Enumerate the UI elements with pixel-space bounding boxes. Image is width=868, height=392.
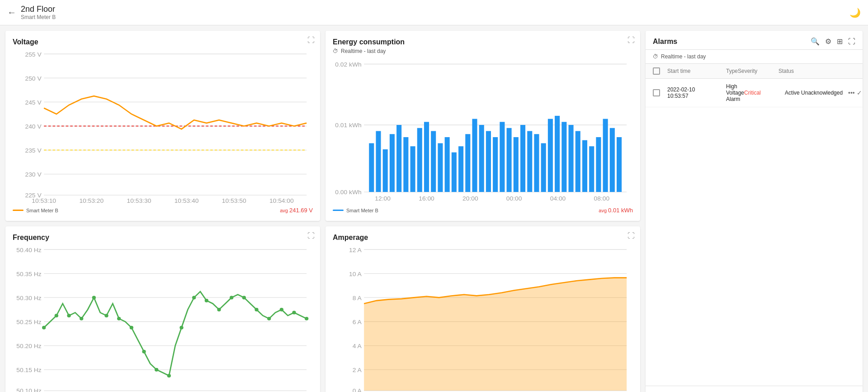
- svg-point-111: [292, 311, 296, 315]
- clock-icon: ⏱: [333, 48, 338, 54]
- amperage-card: Amperage ⛶ 12 A 10 A 8 A 6 A 4 A 2 A 0 A: [326, 226, 640, 392]
- svg-text:10 A: 10 A: [349, 271, 362, 277]
- svg-text:12:00: 12:00: [375, 195, 391, 202]
- svg-text:0 A: 0 A: [353, 388, 362, 392]
- frequency-expand-icon[interactable]: ⛶: [307, 232, 315, 240]
- svg-point-102: [179, 326, 183, 330]
- svg-rect-58: [534, 134, 539, 192]
- alarms-icons: 🔍 ⚙ ⊞ ⛶: [811, 37, 855, 46]
- theme-toggle-icon[interactable]: 🌙: [849, 7, 861, 18]
- svg-rect-46: [452, 153, 457, 192]
- svg-point-108: [255, 308, 258, 311]
- voltage-legend-line: [13, 210, 24, 211]
- alarm-start-time: 2022-02-1010:53:57: [667, 86, 726, 99]
- energy-title: Energy consumption: [333, 38, 633, 46]
- voltage-legend: Smart Meter B avg 241.69 V: [13, 207, 313, 214]
- svg-point-112: [305, 317, 308, 320]
- svg-rect-38: [396, 125, 401, 192]
- svg-rect-42: [424, 122, 429, 192]
- expand-icon[interactable]: ⛶: [848, 38, 855, 46]
- col-status: Status: [778, 68, 842, 74]
- energy-legend-label: Smart Meter B: [346, 208, 378, 213]
- voltage-card: Voltage ⛶ 255 V 250 V 245 V 240 V 235 V …: [5, 31, 320, 221]
- back-button[interactable]: ←: [7, 7, 16, 18]
- svg-point-110: [280, 308, 283, 311]
- svg-text:255 V: 255 V: [25, 51, 41, 58]
- header: ← 2nd Floor Smart Meter B 🌙: [0, 0, 868, 25]
- svg-rect-52: [493, 137, 498, 192]
- alarms-header: Alarms 🔍 ⚙ ⊞ ⛶: [646, 31, 863, 50]
- svg-rect-51: [486, 131, 491, 192]
- svg-rect-45: [445, 137, 450, 192]
- alarms-realtime: ⏱ Realtime - last day: [646, 50, 863, 64]
- svg-text:10:53:40: 10:53:40: [175, 198, 199, 204]
- alarm-clock-icon: ⏱: [653, 53, 658, 60]
- svg-text:50.40 Hz: 50.40 Hz: [16, 247, 42, 253]
- svg-rect-62: [561, 122, 566, 192]
- search-icon[interactable]: 🔍: [811, 37, 820, 46]
- svg-rect-37: [390, 134, 395, 192]
- svg-rect-69: [610, 128, 615, 192]
- svg-text:0.00 kWh: 0.00 kWh: [335, 189, 361, 196]
- alarm-actions: ••• ✓ ✕: [848, 89, 863, 96]
- amperage-expand-icon[interactable]: ⛶: [627, 232, 635, 240]
- svg-point-103: [192, 296, 196, 299]
- svg-rect-49: [472, 119, 477, 192]
- svg-point-94: [80, 317, 83, 320]
- amperage-chart-area: 12 A 10 A 8 A 6 A 4 A 2 A 0 A 10:53:10 1…: [333, 244, 633, 392]
- voltage-chart: 255 V 250 V 245 V 240 V 235 V 230 V 225 …: [13, 48, 313, 204]
- svg-text:2 A: 2 A: [353, 367, 362, 373]
- alarms-card: Alarms 🔍 ⚙ ⊞ ⛶ ⏱ Realtime - last day Sta…: [646, 31, 863, 392]
- columns-icon[interactable]: ⊞: [837, 37, 843, 46]
- svg-point-109: [267, 317, 271, 320]
- svg-rect-44: [438, 143, 443, 192]
- alarm-more-icon[interactable]: •••: [848, 89, 855, 96]
- svg-text:50.20 Hz: 50.20 Hz: [16, 343, 42, 349]
- svg-point-95: [92, 296, 96, 299]
- svg-rect-65: [582, 140, 587, 192]
- energy-realtime: ⏱ Realtime - last day: [333, 48, 633, 54]
- svg-rect-39: [403, 137, 408, 192]
- main-content: Voltage ⛶ 255 V 250 V 245 V 240 V 235 V …: [0, 25, 868, 392]
- energy-legend-left: Smart Meter B: [333, 208, 378, 213]
- svg-point-107: [242, 296, 246, 299]
- alarm-acknowledge-icon[interactable]: ✓: [857, 89, 862, 96]
- svg-text:0.02 kWh: 0.02 kWh: [335, 61, 361, 68]
- svg-rect-36: [383, 149, 388, 192]
- svg-point-96: [104, 314, 108, 317]
- alarms-footer: Items per page: 10 25 50 ⏮ ❮ 1 – 1 of 1 …: [646, 386, 863, 392]
- voltage-title: Voltage: [13, 38, 313, 46]
- energy-expand-icon[interactable]: ⛶: [627, 36, 635, 44]
- filter-icon[interactable]: ⚙: [825, 37, 831, 46]
- svg-text:08:00: 08:00: [594, 195, 610, 202]
- header-titles: 2nd Floor Smart Meter B: [21, 5, 56, 20]
- svg-text:250 V: 250 V: [25, 75, 41, 82]
- page-title: 2nd Floor: [21, 5, 56, 14]
- header-checkbox[interactable]: [653, 67, 667, 75]
- svg-marker-133: [364, 278, 627, 391]
- row-checkbox[interactable]: [653, 89, 667, 96]
- svg-rect-67: [596, 137, 601, 192]
- svg-text:50.35 Hz: 50.35 Hz: [16, 271, 42, 277]
- frequency-chart-area: 50.40 Hz 50.35 Hz 50.30 Hz 50.25 Hz 50.2…: [13, 244, 313, 392]
- energy-card: Energy consumption ⛶ ⏱ Realtime - last d…: [326, 31, 640, 221]
- svg-point-100: [155, 368, 158, 372]
- energy-chart-area: 0.02 kWh 0.01 kWh 0.00 kWh 12:00 16:00 2…: [333, 58, 633, 204]
- svg-rect-43: [431, 131, 436, 192]
- svg-point-105: [217, 308, 221, 311]
- svg-point-92: [55, 314, 58, 317]
- svg-text:12 A: 12 A: [349, 247, 362, 253]
- voltage-avg-label: avg: [280, 208, 288, 213]
- svg-rect-56: [520, 125, 525, 192]
- voltage-expand-icon[interactable]: ⛶: [307, 36, 315, 44]
- svg-text:10:53:10: 10:53:10: [32, 198, 56, 204]
- svg-rect-57: [527, 131, 532, 192]
- svg-text:10:53:20: 10:53:20: [79, 198, 104, 204]
- svg-point-106: [230, 296, 233, 299]
- frequency-chart: 50.40 Hz 50.35 Hz 50.30 Hz 50.25 Hz 50.2…: [13, 244, 313, 392]
- svg-text:50.15 Hz: 50.15 Hz: [16, 367, 42, 373]
- svg-rect-63: [569, 125, 574, 192]
- page-subtitle: Smart Meter B: [21, 14, 56, 20]
- svg-point-101: [167, 374, 171, 378]
- svg-rect-50: [479, 125, 484, 192]
